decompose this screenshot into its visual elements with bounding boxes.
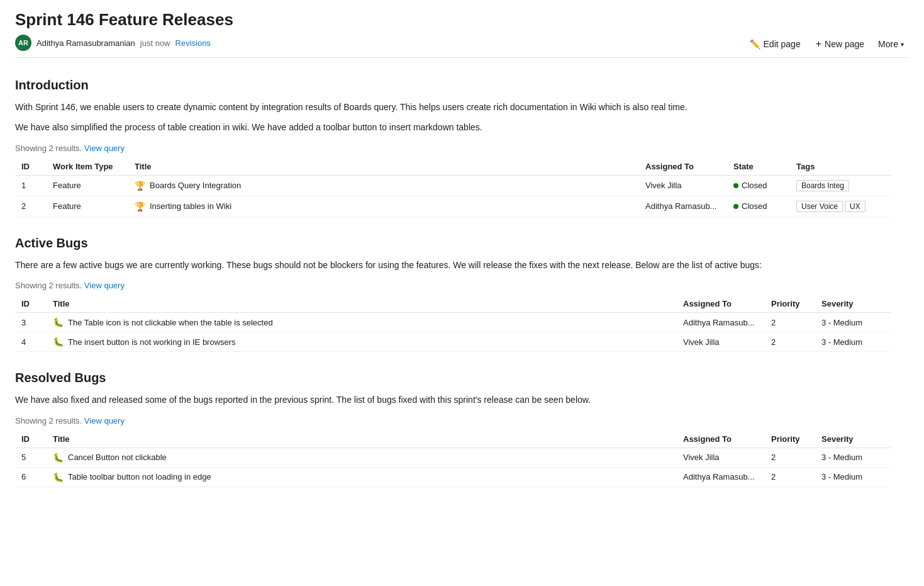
active-view-query-link[interactable]: View query <box>84 281 125 290</box>
cell-tags: Boards Integ <box>790 175 891 196</box>
th-type: Work Item Type <box>47 158 128 176</box>
cell-severity: 3 - Medium <box>815 313 891 332</box>
cell-id: 6 <box>15 467 47 487</box>
revisions-link[interactable]: Revisions <box>175 38 211 48</box>
cell-title: 🐛 Cancel Button not clickable <box>47 448 677 467</box>
active-results-count: Showing 2 results. <box>15 281 82 290</box>
active-bugs-section: Active Bugs There are a few active bugs … <box>15 236 891 352</box>
tag-badge: User Voice <box>796 201 843 212</box>
status-dot <box>733 183 738 188</box>
chevron-down-icon: ▾ <box>901 41 904 48</box>
active-bugs-heading: Active Bugs <box>15 236 891 251</box>
plus-icon: + <box>816 38 821 50</box>
title-text: The Table icon is not clickable when the… <box>68 318 273 327</box>
meta-time: just now <box>140 38 170 48</box>
status-dot <box>733 204 738 209</box>
cell-title: 🐛 The insert button is not working in IE… <box>47 332 677 352</box>
cell-assigned: Adithya Ramasub... <box>677 467 765 487</box>
toolbar-right: ✏️ Edit page + New page More ▾ <box>743 35 909 53</box>
cell-tags: User VoiceUX <box>790 196 891 217</box>
th-res-title: Title <box>47 431 677 448</box>
author-name: Adithya Ramasubramanian <box>36 38 135 48</box>
page-title: Sprint 146 Feature Releases <box>15 10 909 30</box>
table-row: 2 Feature 🏆 Inserting tables in Wiki Adi… <box>15 196 891 217</box>
tag-badge: UX <box>845 201 866 212</box>
title-text: Table toolbar button not loading in edge <box>68 472 211 482</box>
bug-icon: 🐛 <box>53 472 64 482</box>
cell-severity: 3 - Medium <box>815 332 891 352</box>
table-row: 6 🐛 Table toolbar button not loading in … <box>15 467 891 487</box>
introduction-section: Introduction With Sprint 146, we enable … <box>15 78 891 217</box>
bug-icon: 🐛 <box>53 317 64 327</box>
resolved-bugs-section: Resolved Bugs We have also fixed and rel… <box>15 371 891 487</box>
bug-icon: 🐛 <box>53 337 64 347</box>
th-res-severity: Severity <box>815 431 891 448</box>
cell-assigned: Adithya Ramasub... <box>677 313 765 332</box>
tag-badge: Boards Integ <box>796 180 849 191</box>
intro-results-count: Showing 2 results. <box>15 144 82 153</box>
th-assigned: Assigned To <box>639 158 727 176</box>
cell-assigned: Vivek Jilla <box>639 175 727 196</box>
cell-priority: 2 <box>765 467 815 487</box>
cell-severity: 3 - Medium <box>815 448 891 467</box>
feature-icon: 🏆 <box>135 181 145 191</box>
intro-view-query-link[interactable]: View query <box>84 144 125 153</box>
resolved-view-query-link[interactable]: View query <box>84 416 125 425</box>
resolved-bugs-para: We have also fixed and released some of … <box>15 393 891 407</box>
avatar: AR <box>15 35 31 51</box>
more-button[interactable]: More ▾ <box>873 36 909 52</box>
resolved-bugs-table: ID Title Assigned To Priority Severity 5… <box>15 431 891 487</box>
title-text: Boards Query Integration <box>150 181 241 190</box>
intro-para-2: We have also simplified the process of t… <box>15 120 891 134</box>
cell-priority: 2 <box>765 448 815 467</box>
th-state: State <box>727 158 790 176</box>
more-label: More <box>878 39 898 49</box>
new-page-button[interactable]: + New page <box>810 35 871 53</box>
active-bugs-para: There are a few active bugs we are curre… <box>15 258 891 272</box>
th-bug-severity: Severity <box>815 295 891 313</box>
resolved-results-count: Showing 2 results. <box>15 416 82 425</box>
active-bugs-table: ID Title Assigned To Priority Severity 3… <box>15 295 891 352</box>
cell-priority: 2 <box>765 332 815 352</box>
cell-title: 🏆 Inserting tables in Wiki <box>128 196 639 217</box>
cell-id: 2 <box>15 196 47 217</box>
bug-icon: 🐛 <box>53 453 64 463</box>
edit-icon: ✏️ <box>750 39 760 49</box>
edit-page-button[interactable]: ✏️ Edit page <box>743 36 807 52</box>
th-res-assigned: Assigned To <box>677 431 765 448</box>
th-res-id: ID <box>15 431 47 448</box>
intro-query-meta: Showing 2 results. View query <box>15 144 891 153</box>
title-text: Cancel Button not clickable <box>68 453 167 462</box>
intro-table: ID Work Item Type Title Assigned To Stat… <box>15 158 891 217</box>
cell-assigned: Vivek Jilla <box>677 448 765 467</box>
cell-priority: 2 <box>765 313 815 332</box>
cell-type: Feature <box>47 175 128 196</box>
cell-id: 1 <box>15 175 47 196</box>
title-text: The insert button is not working in IE b… <box>68 337 236 347</box>
cell-severity: 3 - Medium <box>815 467 891 487</box>
th-bug-assigned: Assigned To <box>677 295 765 313</box>
th-bug-id: ID <box>15 295 47 313</box>
table-row: 1 Feature 🏆 Boards Query Integration Viv… <box>15 175 891 196</box>
cell-assigned: Vivek Jilla <box>677 332 765 352</box>
cell-state: Closed <box>727 196 790 217</box>
feature-icon: 🏆 <box>135 201 145 211</box>
title-text: Inserting tables in Wiki <box>150 201 231 211</box>
cell-title: 🐛 The Table icon is not clickable when t… <box>47 313 677 332</box>
table-row: 3 🐛 The Table icon is not clickable when… <box>15 313 891 332</box>
content: Introduction With Sprint 146, we enable … <box>0 58 906 487</box>
cell-title: 🏆 Boards Query Integration <box>128 175 639 196</box>
th-bug-priority: Priority <box>765 295 815 313</box>
th-tags: Tags <box>790 158 891 176</box>
cell-id: 4 <box>15 332 47 352</box>
new-page-label: New page <box>825 39 864 49</box>
cell-id: 5 <box>15 448 47 467</box>
th-title: Title <box>128 158 639 176</box>
th-res-priority: Priority <box>765 431 815 448</box>
active-query-meta: Showing 2 results. View query <box>15 281 891 290</box>
cell-type: Feature <box>47 196 128 217</box>
th-id: ID <box>15 158 47 176</box>
resolved-bugs-heading: Resolved Bugs <box>15 371 891 385</box>
cell-state: Closed <box>727 175 790 196</box>
cell-assigned: Adithya Ramasub... <box>639 196 727 217</box>
